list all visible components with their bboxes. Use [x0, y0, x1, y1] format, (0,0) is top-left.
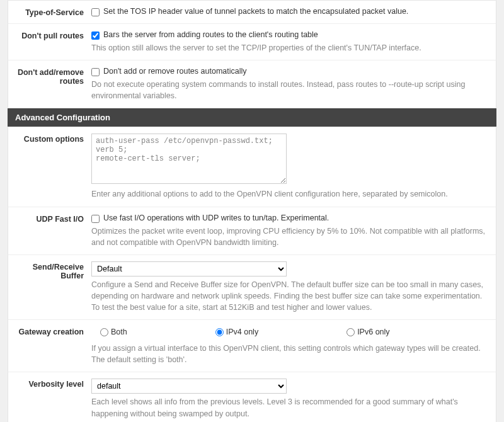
settings-panel-top: Type-of-Service Set the TOS IP header va… — [8, 0, 496, 108]
row-send-receive-buffer: Send/Receive Buffer Default Configure a … — [8, 254, 496, 319]
select-verbosity[interactable]: default — [91, 379, 287, 394]
help-verbosity-1: Each level shows all info from the previ… — [91, 396, 488, 419]
radio-gateway-ipv4[interactable] — [215, 328, 224, 336]
checkbox-dont-pull-text: Bars the server from adding routes to th… — [103, 30, 318, 39]
checkbox-dont-pull[interactable] — [91, 31, 100, 40]
row-dont-pull-routes: Don't pull routes Bars the server from a… — [8, 23, 496, 60]
select-buffer[interactable]: Default — [91, 261, 287, 277]
help-gateway: If you assign a virtual interface to thi… — [91, 343, 488, 365]
label-custom: Custom options — [8, 134, 91, 200]
label-addremove: Don't add/remove routes — [8, 67, 91, 101]
label-gateway: Gateway creation — [8, 326, 91, 365]
checkbox-dont-add-remove[interactable] — [91, 68, 100, 76]
row-verbosity: Verbosity level default Each level shows… — [8, 372, 496, 422]
help-dont-pull: This option still allows the server to s… — [91, 42, 488, 54]
settings-panel-advanced: Custom options Enter any additional opti… — [8, 127, 496, 422]
checkbox-tos-text: Set the TOS IP header value of tunnel pa… — [103, 7, 408, 16]
label-tos: Type-of-Service — [8, 7, 91, 17]
row-udp-fast-io: UDP Fast I/O Use fast I/O operations wit… — [8, 207, 496, 254]
textarea-custom-options[interactable] — [91, 134, 287, 184]
row-type-of-service: Type-of-Service Set the TOS IP header va… — [8, 1, 496, 23]
checkbox-dont-add-remove-text: Don't add or remove routes automatically — [103, 67, 247, 76]
help-dont-add-remove: Do not execute operating system commands… — [91, 79, 488, 101]
radio-label-ipv6: IPv6 only — [357, 328, 389, 336]
label-pull: Don't pull routes — [8, 30, 91, 54]
radio-label-ipv4: IPv4 only — [226, 328, 258, 336]
row-custom-options: Custom options Enter any additional opti… — [8, 127, 496, 206]
checkbox-tos[interactable] — [91, 8, 100, 16]
checkbox-udp-fast-io[interactable] — [91, 215, 100, 223]
help-custom: Enter any additional options to add to t… — [91, 188, 488, 200]
row-dont-add-remove: Don't add/remove routes Don't add or rem… — [8, 60, 496, 108]
section-header-advanced: Advanced Configuration — [8, 108, 496, 127]
radio-label-both: Both — [111, 328, 127, 336]
label-fastio: UDP Fast I/O — [8, 214, 91, 248]
radio-gateway-ipv6[interactable] — [346, 328, 355, 336]
checkbox-udp-fast-io-text: Use fast I/O operations with UDP writes … — [103, 214, 329, 222]
help-buffer: Configure a Send and Receive Buffer size… — [91, 279, 488, 313]
label-verbosity: Verbosity level — [8, 379, 91, 422]
row-gateway-creation: Gateway creation Both IPv4 only IPv6 onl… — [8, 319, 496, 372]
label-buffer: Send/Receive Buffer — [8, 261, 91, 313]
radio-gateway-both[interactable] — [100, 328, 108, 336]
help-fastio: Optimizes the packet write event loop, i… — [91, 225, 488, 248]
